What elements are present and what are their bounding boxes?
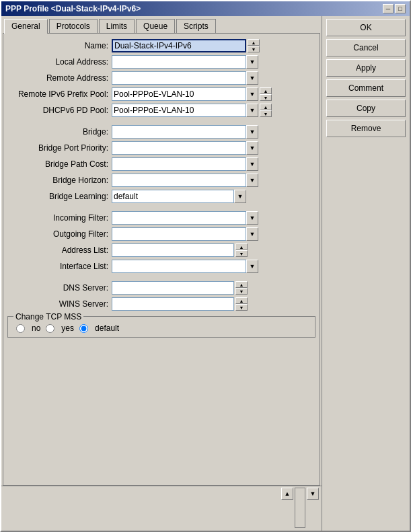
content-area: General Protocols Limits Queue Scripts [1, 16, 410, 531]
dhcpv6-scroll-pair: ▲ ▼ [260, 104, 272, 117]
radio-yes-label: yes [61, 324, 74, 333]
outgoing-filter-field[interactable] [112, 227, 246, 241]
incoming-filter-label: Incoming Filter: [7, 213, 112, 223]
address-list-scroll-up[interactable]: ▲ [235, 243, 248, 250]
dhcpv6-scroll-up[interactable]: ▲ [260, 104, 272, 110]
outgoing-filter-dropdown[interactable]: ▼ [246, 227, 258, 241]
radio-no[interactable] [16, 324, 25, 333]
bridge-path-cost-dropdown[interactable]: ▼ [246, 157, 258, 171]
dns-server-scroll-pair: ▲ ▼ [235, 281, 248, 295]
field-row-incoming-filter: Incoming Filter: ▼ [7, 211, 315, 225]
scroll-track [295, 488, 305, 528]
outgoing-filter-label: Outgoing Filter: [7, 229, 112, 239]
dhcpv6-label: DHCPv6 PD Pool: [7, 106, 112, 115]
bridge-port-priority-field[interactable] [112, 141, 246, 155]
wins-server-scroll-pair: ▲ ▼ [235, 297, 248, 311]
field-row-remote-address: Remote Address: ▼ [7, 71, 315, 85]
field-row-outgoing-filter: Outgoing Filter: ▼ [7, 227, 315, 241]
field-row-bridge-port-priority: Bridge Port Priority: ▼ [7, 141, 315, 155]
bridge-port-priority-label: Bridge Port Priority: [7, 143, 112, 153]
bridge-dropdown[interactable]: ▼ [246, 125, 258, 139]
bridge-label: Bridge: [7, 127, 112, 137]
address-list-input-wrapper: ▲ ▼ [112, 243, 315, 257]
minimize-button[interactable]: ─ [383, 4, 394, 13]
bridge-learning-field[interactable] [112, 190, 234, 203]
radio-default-label: default [95, 324, 119, 333]
radio-yes[interactable] [46, 324, 54, 333]
field-row-name: Name: ▲ ▼ [7, 39, 315, 52]
tab-protocols[interactable]: Protocols [49, 19, 98, 33]
bridge-horizon-dropdown[interactable]: ▼ [246, 174, 258, 187]
interface-list-dropdown[interactable]: ▼ [246, 260, 258, 273]
remote-address-field[interactable] [112, 71, 246, 85]
radio-default[interactable] [79, 324, 88, 333]
remote-ipv6-input-wrapper: ▼ ▲ ▼ [112, 87, 315, 101]
maximize-button[interactable]: □ [395, 4, 406, 13]
dns-server-scroll-up[interactable]: ▲ [235, 281, 248, 288]
field-row-address-list: Address List: ▲ ▼ [7, 243, 315, 257]
dns-server-field[interactable] [112, 281, 234, 295]
field-row-bridge-learning: Bridge Learning: ▼ [7, 190, 315, 203]
name-label: Name: [7, 41, 112, 50]
bottom-scroll-up[interactable]: ▲ [281, 488, 293, 500]
ok-button[interactable]: OK [326, 19, 406, 36]
dhcpv6-scroll-down[interactable]: ▼ [260, 110, 272, 117]
remote-ipv6-label: Remote IPv6 Prefix Pool: [7, 89, 112, 99]
field-row-remote-ipv6: Remote IPv6 Prefix Pool: ▼ ▲ ▼ [7, 87, 315, 101]
remote-ipv6-dropdown[interactable]: ▼ [246, 87, 258, 101]
wins-server-input-wrapper: ▲ ▼ [112, 297, 315, 311]
radio-row: no yes default [11, 321, 312, 334]
title-bar: PPP Profile <Dual-Stack-IPv4-IPv6> ─ □ [1, 1, 410, 16]
local-address-field[interactable] [112, 55, 246, 69]
wins-server-scroll-down[interactable]: ▼ [235, 304, 248, 311]
name-scroll-up[interactable]: ▲ [248, 39, 260, 46]
comment-button[interactable]: Comment [326, 79, 406, 97]
address-list-label: Address List: [7, 245, 112, 255]
left-panel: General Protocols Limits Queue Scripts [1, 16, 322, 531]
field-row-interface-list: Interface List: ▼ [7, 260, 315, 273]
bottom-scroll-down[interactable]: ▼ [307, 488, 319, 500]
cancel-button[interactable]: Cancel [326, 39, 406, 56]
dns-server-scroll-down[interactable]: ▼ [235, 288, 248, 295]
incoming-filter-field[interactable] [112, 211, 246, 225]
tab-queue[interactable]: Queue [136, 19, 175, 33]
address-list-scroll-down[interactable]: ▼ [235, 250, 248, 257]
dhcpv6-dropdown[interactable]: ▼ [246, 104, 258, 117]
field-row-wins-server: WINS Server: ▲ ▼ [7, 297, 315, 311]
interface-list-field[interactable] [112, 260, 246, 273]
field-row-dns-server: DNS Server: ▲ ▼ [7, 281, 315, 295]
local-address-dropdown[interactable]: ▼ [246, 55, 258, 69]
address-list-field[interactable] [112, 243, 234, 257]
bridge-field[interactable] [112, 125, 246, 139]
wins-server-field[interactable] [112, 297, 234, 311]
bridge-learning-dropdown[interactable]: ▼ [234, 190, 246, 203]
tab-general[interactable]: General [4, 19, 48, 34]
copy-button[interactable]: Copy [326, 100, 406, 117]
apply-button[interactable]: Apply [326, 59, 406, 77]
incoming-filter-dropdown[interactable]: ▼ [246, 211, 258, 225]
bridge-port-priority-dropdown[interactable]: ▼ [246, 141, 258, 155]
remote-address-dropdown[interactable]: ▼ [246, 71, 258, 85]
remote-ipv6-field[interactable] [112, 87, 246, 101]
remove-button[interactable]: Remove [326, 120, 406, 137]
right-panel: OK Cancel Apply Comment Copy Remove [322, 16, 410, 531]
remote-ipv6-scroll-up[interactable]: ▲ [260, 87, 272, 94]
wins-server-scroll-up[interactable]: ▲ [235, 297, 248, 304]
radio-no-label: no [32, 324, 40, 333]
remote-ipv6-scroll-down[interactable]: ▼ [260, 94, 272, 101]
name-scroll-down[interactable]: ▼ [248, 46, 260, 52]
dhcpv6-field[interactable] [112, 104, 246, 117]
dhcpv6-input-wrapper: ▼ ▲ ▼ [112, 104, 315, 117]
field-row-local-address: Local Address: ▼ [7, 55, 315, 69]
change-tcp-mss-label: Change TCP MSS [13, 312, 83, 321]
bridge-learning-input-wrapper: ▼ [112, 190, 315, 203]
bridge-path-cost-field[interactable] [112, 157, 246, 171]
outgoing-filter-input-wrapper: ▼ [112, 227, 315, 241]
tab-content-general: Name: ▲ ▼ Local Address: ▼ [3, 33, 320, 486]
tab-limits[interactable]: Limits [99, 19, 135, 33]
bridge-horizon-field[interactable] [112, 174, 246, 187]
name-field[interactable] [112, 39, 246, 52]
tab-scripts[interactable]: Scripts [176, 19, 216, 33]
wins-server-label: WINS Server: [7, 299, 112, 309]
bridge-horizon-input-wrapper: ▼ [112, 174, 315, 187]
